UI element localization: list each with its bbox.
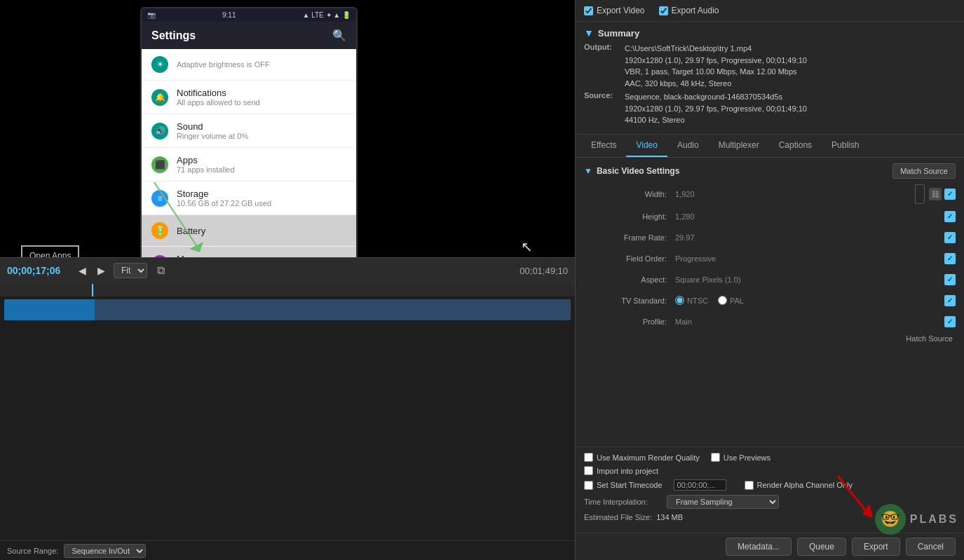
summary-header: ▼ Summary (584, 27, 956, 39)
aspect-value: Square Pixels (1.0) (675, 275, 944, 284)
field-order-value: Progressive (675, 254, 944, 263)
import-project-checkbox[interactable]: Import into project (584, 466, 658, 475)
file-size-value: 134 MB (656, 513, 683, 521)
cancel-button[interactable]: Cancel (906, 538, 956, 556)
tab-video[interactable]: Video (626, 135, 667, 157)
chain-icon: ⛓ (929, 188, 942, 200)
time-interpolation-select[interactable]: Frame Sampling (667, 495, 779, 509)
frame-rate-value: 29.97 (675, 233, 944, 242)
height-label: Height: (584, 212, 675, 221)
phone-content: ☀ Adaptive brightness is OFF 🔔 Notificat… (142, 49, 356, 257)
profile-checkbox[interactable]: ✓ (944, 316, 956, 327)
summary-source-row: Source: Sequence, black-background-14683… (584, 91, 956, 126)
tab-audio[interactable]: Audio (667, 135, 709, 157)
cursor-icon: ↖ (521, 238, 533, 255)
width-checkbox[interactable]: ✓ (944, 189, 956, 200)
tab-captions[interactable]: Captions (769, 135, 822, 157)
field-order-checkbox[interactable]: ✓ (944, 253, 956, 264)
queue-button[interactable]: Queue (797, 538, 846, 556)
right-panel: Export Video Export Audio ▼ Summary Outp… (575, 0, 964, 560)
settings-item-sound: 🔊 Sound Ringer volume at 0% (142, 114, 356, 148)
settings-storage-text: Storage 10.56 GB of 27.22 GB used (177, 189, 271, 207)
source-range-dropdown[interactable]: Sequence In/Out (64, 544, 146, 558)
action-buttons: Metadata... Queue Export Cancel (576, 533, 964, 560)
watermark-mascot: 🤓 (875, 504, 906, 535)
metadata-button[interactable]: Metadata... (726, 538, 792, 556)
track-progress (4, 299, 95, 320)
pal-radio[interactable]: PAL (718, 296, 744, 305)
height-checkbox[interactable]: ✓ (944, 211, 956, 222)
summary-output-row: Output: C:\Users\SoftTrick\Desktop\try 1… (584, 43, 956, 89)
export-audio-checkbox[interactable]: Export Audio (659, 6, 719, 15)
frame-rate-checkbox[interactable]: ✓ (944, 232, 956, 243)
settings-brightness-icon: ☀ (151, 56, 168, 73)
options-row-2: Import into project (584, 466, 956, 475)
playhead-bar (0, 284, 575, 296)
tv-standard-row: TV Standard: NTSC PAL ✓ (584, 292, 956, 309)
hatch-source-label: Hatch Source (906, 334, 953, 343)
basic-video-title: Basic Video Settings (597, 166, 679, 176)
profile-value: Main (675, 317, 944, 326)
summary-source-label: Source: (584, 91, 619, 126)
summary-title: Summary (598, 28, 639, 39)
export-top: Export Video Export Audio (576, 0, 964, 22)
settings-brightness-text: Adaptive brightness is OFF (177, 60, 270, 69)
set-start-timecode-checkbox[interactable]: Set Start Timecode (584, 481, 663, 490)
current-timecode: 00;00;17;06 (7, 265, 70, 276)
timeline-controls: 00;00;17;06 ◀ ▶ Fit ⧉ 00;01;49;10 (0, 257, 575, 284)
source-range-label: Source Range: (7, 547, 58, 555)
video-track (4, 299, 571, 320)
phone-header: Settings 🔍 (142, 22, 356, 49)
link-bracket (915, 184, 925, 204)
basic-video-section-header: ▼ Basic Video Settings Match Source (584, 163, 956, 179)
use-previews-checkbox[interactable]: Use Previews (711, 453, 770, 462)
field-order-row: Field Order: Progressive ✓ (584, 250, 956, 267)
aspect-checkbox[interactable]: ✓ (944, 274, 956, 285)
settings-item-brightness: ☀ Adaptive brightness is OFF (142, 49, 356, 81)
section-collapse-icon[interactable]: ▼ (584, 166, 592, 176)
max-render-quality-checkbox[interactable]: Use Maximum Render Quality (584, 453, 700, 462)
watermark: 🤓 PLABS (875, 504, 958, 535)
settings-memory-icon: ▪ (151, 255, 168, 257)
tv-standard-checkbox[interactable]: ✓ (944, 295, 956, 306)
frame-rate-row: Frame Rate: 29.97 ✓ (584, 229, 956, 246)
profile-row: Profile: Main ✓ (584, 313, 956, 330)
settings-notifications-text: Notifications All apps allowed to send (177, 88, 260, 107)
settings-notifications-icon: 🔔 (151, 89, 168, 106)
height-value: 1,280 (675, 212, 944, 221)
summary-output-label: Output: (584, 43, 619, 89)
phone-mockup: 📷 9:11 ▲ LTE ✦ ▲ 🔋 Settings 🔍 ☀ Adaptive… (140, 7, 358, 257)
summary-source-val: Sequence, black-background-1468370534d5s… (625, 91, 807, 126)
hatch-source-row: Hatch Source (584, 334, 956, 343)
transport-next-btn[interactable]: ▶ (95, 264, 108, 278)
start-timecode-input[interactable] (674, 479, 726, 491)
phone-time: 9:11 (222, 11, 236, 19)
export-button[interactable]: Export (852, 538, 900, 556)
match-source-button[interactable]: Match Source (892, 163, 956, 179)
width-value: 1,920 (675, 190, 915, 198)
transport-prev-btn[interactable]: ◀ (76, 264, 89, 278)
phone-icons-left: 📷 (147, 11, 156, 19)
render-alpha-checkbox[interactable]: Render Alpha Channel Only (745, 481, 853, 490)
settings-item-storage: ≡ Storage 10.56 GB of 27.22 GB used (142, 182, 356, 215)
summary-collapse-icon[interactable]: ▼ (584, 27, 594, 39)
settings-apps-text: Apps 71 apps installed (177, 155, 235, 174)
tab-publish[interactable]: Publish (822, 135, 869, 157)
settings-sound-text: Sound Ringer volume at 0% (177, 121, 248, 140)
file-size-label: Estimated File Size: (584, 513, 652, 521)
tab-effects[interactable]: Effects (581, 135, 626, 157)
tabs-row: Effects Video Audio Multiplexer Captions… (576, 135, 964, 158)
tab-multiplexer[interactable]: Multiplexer (709, 135, 769, 157)
aspect-row: Aspect: Square Pixels (1.0) ✓ (584, 271, 956, 288)
ntsc-radio[interactable]: NTSC (675, 296, 708, 305)
time-interpolation-label: Time Interpolation: (584, 498, 661, 506)
video-preview: 📷 9:11 ▲ LTE ✦ ▲ 🔋 Settings 🔍 ☀ Adaptive… (0, 0, 575, 257)
overlay-box-label: Open Apps (29, 251, 71, 257)
settings-memory-text: Memory Avg 2.3 GB of 2.8 GB memory used (177, 254, 299, 257)
source-range-bar: Source Range: Sequence In/Out (0, 540, 575, 560)
fit-dropdown[interactable]: Fit (114, 263, 147, 278)
tv-standard-radio-group: NTSC PAL (675, 296, 744, 305)
export-video-checkbox[interactable]: Export Video (584, 6, 645, 15)
phone-search-icon: 🔍 (332, 29, 346, 42)
settings-item-battery: 🔋 Battery (142, 215, 356, 247)
